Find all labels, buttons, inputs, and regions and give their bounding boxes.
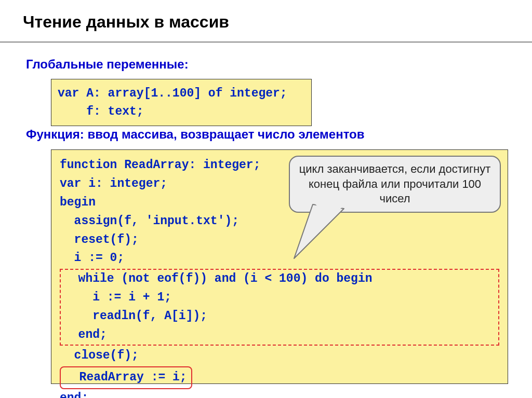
code-line: reset(f);	[60, 231, 499, 250]
code-line: i := 0;	[60, 249, 499, 268]
code-line: var A: array[1..100] of integer;	[58, 87, 287, 100]
code-line: f: text;	[58, 105, 144, 118]
global-vars-code-box: var A: array[1..100] of integer; f: text…	[51, 79, 312, 126]
code-line: end;	[64, 326, 495, 345]
callout-tail	[292, 201, 354, 264]
code-line: i := i + 1;	[64, 289, 495, 307]
section-heading-function: Функция: ввод массива, возвращает число …	[26, 127, 364, 142]
code-line: while (not eof(f)) and (i < 100) do begi…	[64, 270, 495, 289]
title-underline	[0, 42, 532, 43]
code-line: close(f);	[60, 347, 499, 365]
svg-marker-0	[294, 204, 344, 258]
highlighted-return-line: ReadArray := i;	[60, 366, 192, 389]
slide: Чтение данных в массив Глобальные переме…	[0, 0, 532, 398]
code-line: end;	[60, 389, 499, 399]
section-heading-globals: Глобальные переменные:	[26, 57, 189, 72]
code-line: readln(f, A[i]);	[64, 307, 495, 326]
highlighted-loop-region: while (not eof(f)) and (i < 100) do begi…	[60, 269, 499, 346]
page-title: Чтение данных в массив	[23, 12, 229, 32]
code-line: assign(f, 'input.txt');	[60, 212, 499, 231]
